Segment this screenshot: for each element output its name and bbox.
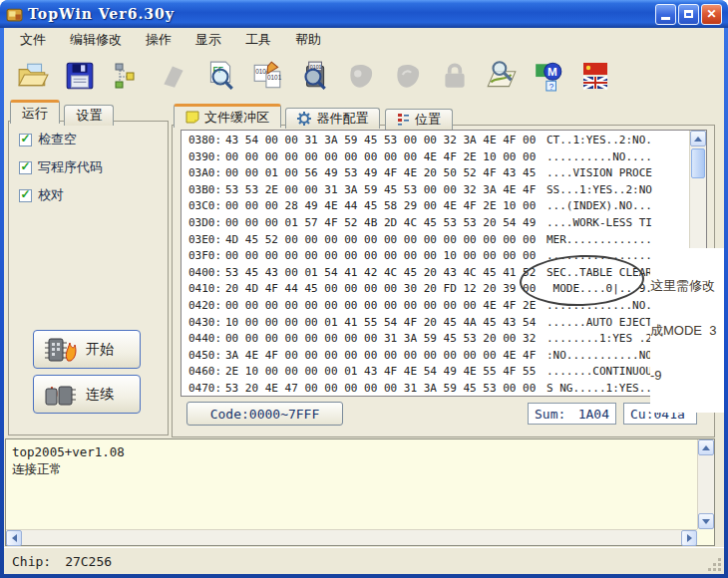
code-range-button[interactable]: Code:0000~7FFF <box>186 402 343 426</box>
tab-position[interactable]: 位置 <box>385 109 453 130</box>
title-bar[interactable]: TopWin Ver6.30y ✕ <box>0 0 728 28</box>
hex-bytes[interactable]: 00 00 00 00 00 00 00 00 00 00 00 00 00 4… <box>225 298 541 315</box>
maximize-button[interactable] <box>678 4 699 25</box>
arrow-left-icon <box>12 534 17 542</box>
scroll-up-button[interactable] <box>690 131 706 146</box>
checksum-value: 1A04 <box>578 407 609 422</box>
hex-row[interactable]: 03E0:4D 45 52 00 00 00 00 00 00 00 00 00… <box>182 232 689 249</box>
hex-ascii[interactable]: ....WORK-LESS TI <box>546 215 652 232</box>
help-icon[interactable]: M ? <box>530 55 566 97</box>
scroll-thumb[interactable] <box>691 148 705 178</box>
scroll-down-button[interactable] <box>698 513 714 529</box>
hex-bytes[interactable]: 53 45 43 00 01 54 41 42 4C 45 20 43 4C 4… <box>225 265 541 282</box>
hex-bytes[interactable]: 00 00 00 00 00 00 00 00 31 3A 59 45 53 2… <box>225 331 541 348</box>
hex-row[interactable]: 0440:00 00 00 00 00 00 00 00 31 3A 59 45… <box>182 331 689 348</box>
hex-row[interactable]: 0400:53 45 43 00 01 54 41 42 4C 45 20 43… <box>182 265 689 282</box>
hex-ascii[interactable]: MER............. <box>546 232 652 249</box>
annotation-note: 这里需修改 成MODE 3 -9 <box>650 248 724 413</box>
checkbox-write-code[interactable]: ✓ 写程序代码 <box>19 159 103 175</box>
hex-row[interactable]: 03F0:00 00 00 00 00 00 00 00 00 00 00 10… <box>182 248 689 265</box>
hex-row[interactable]: 0430:10 00 00 00 00 01 41 55 54 4F 20 45… <box>182 315 689 332</box>
hex-ascii[interactable]: ........1:YES .2 <box>546 331 652 348</box>
checkbox-blank-check[interactable]: ✓ 检查空 <box>19 132 77 147</box>
menu-file[interactable]: 文件 <box>8 28 58 52</box>
hex-row[interactable]: 0410:20 4D 4F 44 45 00 00 00 00 30 20 FD… <box>182 281 689 298</box>
hex-bytes[interactable]: 53 53 2E 00 00 31 3A 59 45 53 00 00 32 3… <box>225 182 541 199</box>
hex-bytes[interactable]: 00 00 01 00 56 49 53 49 4F 4E 20 50 52 4… <box>225 165 541 182</box>
hex-ascii[interactable]: ................ <box>546 248 652 265</box>
hex-bytes[interactable]: 00 00 00 01 57 4F 52 4B 2D 4C 45 53 53 2… <box>225 215 541 232</box>
save-icon[interactable] <box>61 55 98 97</box>
hex-bytes[interactable]: 20 4D 4F 44 45 00 00 00 00 30 20 FD 12 2… <box>225 281 541 298</box>
hex-bytes[interactable]: 3A 4E 4F 00 00 00 00 00 00 00 00 00 00 0… <box>225 348 541 365</box>
menu-view[interactable]: 显示 <box>183 28 233 52</box>
hex-bytes[interactable]: 2E 10 00 00 00 00 01 43 4F 4E 54 49 4E 5… <box>225 364 541 381</box>
hex-ascii[interactable]: ..........NO.... <box>546 149 652 166</box>
hex-ascii[interactable]: .............NO. <box>546 298 652 315</box>
hex-bytes[interactable]: 00 00 00 28 49 4E 44 45 58 29 00 4E 4F 2… <box>225 198 541 215</box>
device-select-icon[interactable] <box>108 55 145 97</box>
hex-row[interactable]: 0420:00 00 00 00 00 00 00 00 00 00 00 00… <box>182 298 689 315</box>
blank-check-icon[interactable]: FF <box>201 55 238 97</box>
menu-operate[interactable]: 操作 <box>134 28 183 52</box>
close-button[interactable]: ✕ <box>701 4 722 25</box>
continue-button[interactable]: 连续 <box>33 375 141 414</box>
start-button[interactable]: 开始 <box>33 330 141 369</box>
gear-icon <box>297 112 311 126</box>
hex-ascii[interactable]: .......CONTINUOU <box>546 364 652 381</box>
client-area: 文件 编辑修改 操作 显示 工具 帮助 <box>4 28 724 574</box>
hex-row[interactable]: 0390:00 00 00 00 00 00 00 00 00 00 4E 4F… <box>182 149 689 166</box>
scroll-left-button[interactable] <box>6 530 22 546</box>
hex-bytes[interactable]: 00 00 00 00 00 00 00 00 00 00 00 10 00 0… <box>225 248 541 265</box>
log-hscrollbar[interactable] <box>6 529 697 545</box>
hex-ascii[interactable]: ...(INDEX).NO... <box>546 198 652 215</box>
menu-help[interactable]: 帮助 <box>283 28 333 52</box>
menu-edit[interactable]: 编辑修改 <box>58 28 134 52</box>
hex-bytes[interactable]: 53 20 4E 47 00 00 00 00 00 31 3A 59 45 5… <box>225 381 541 397</box>
minimize-button[interactable] <box>655 4 676 25</box>
auto-detect-icon[interactable] <box>483 55 520 97</box>
scroll-right-button[interactable] <box>681 530 697 546</box>
checkbox-icon[interactable]: ✓ <box>19 161 32 174</box>
hex-address: 0440: <box>182 331 225 348</box>
hex-row[interactable]: 0470:53 20 4E 47 00 00 00 00 00 31 3A 59… <box>182 381 689 397</box>
checkbox-verify[interactable]: ✓ 校对 <box>19 187 64 203</box>
menu-tools[interactable]: 工具 <box>233 28 283 52</box>
hex-row[interactable]: 0380:43 54 00 00 31 3A 59 45 53 00 00 32… <box>182 133 689 149</box>
log-vscrollbar[interactable] <box>697 439 714 529</box>
edit-buffer-icon[interactable]: 0101 0101 <box>248 55 285 97</box>
tab-run[interactable]: 运行 <box>10 100 60 124</box>
hex-ascii[interactable]: CT..1:YES..2:NO. <box>546 133 652 149</box>
checkbox-icon[interactable]: ✓ <box>19 134 32 146</box>
tab-device-config[interactable]: 器件配置 <box>285 108 380 129</box>
tab-file-buffer[interactable]: 文件缓冲区 <box>174 104 281 128</box>
hex-ascii[interactable]: SEC..TABLE CLEAR <box>546 265 652 282</box>
scroll-up-button[interactable] <box>698 439 714 455</box>
hex-ascii[interactable]: MODE....0|.. 9. <box>546 281 652 298</box>
hex-bytes[interactable]: 10 00 00 00 00 01 41 55 54 4F 20 45 4A 4… <box>225 315 541 332</box>
hex-ascii[interactable]: SS...1:YES..2:NO <box>546 182 652 199</box>
language-icon[interactable] <box>576 55 613 97</box>
hex-row[interactable]: 03B0:53 53 2E 00 00 31 3A 59 45 53 00 00… <box>182 182 689 199</box>
hex-ascii[interactable]: ....VISION PROCE <box>546 165 652 182</box>
verify-icon[interactable]: 0101 <box>295 55 332 97</box>
tab-file-buffer-label: 文件缓冲区 <box>204 109 269 127</box>
open-icon[interactable] <box>14 55 51 97</box>
hex-bytes[interactable]: 43 54 00 00 31 3A 59 45 53 00 00 32 3A 4… <box>225 133 541 149</box>
resize-grip[interactable] <box>708 558 722 572</box>
hex-address: 03D0: <box>182 215 225 232</box>
hex-row[interactable]: 0450:3A 4E 4F 00 00 00 00 00 00 00 00 00… <box>182 348 689 365</box>
hex-ascii[interactable]: S NG.....1:YES.. <box>546 381 652 397</box>
checkbox-icon[interactable]: ✓ <box>19 189 32 202</box>
hex-view[interactable]: 0380:43 54 00 00 31 3A 59 45 53 00 00 32… <box>181 130 707 397</box>
hex-row[interactable]: 0460:2E 10 00 00 00 00 01 43 4F 4E 54 49… <box>182 364 689 381</box>
log-area[interactable]: top2005+ver1.08 连接正常 <box>5 438 715 546</box>
hex-row[interactable]: 03A0:00 00 01 00 56 49 53 49 4F 4E 20 50… <box>182 165 689 182</box>
hex-bytes[interactable]: 4D 45 52 00 00 00 00 00 00 00 00 00 00 0… <box>225 232 541 249</box>
hex-ascii[interactable]: :NO...........NO <box>546 348 652 365</box>
hex-row[interactable]: 03D0:00 00 00 01 57 4F 52 4B 2D 4C 45 53… <box>182 215 689 232</box>
hex-bytes[interactable]: 00 00 00 00 00 00 00 00 00 00 4E 4F 2E 1… <box>225 149 541 166</box>
hex-row[interactable]: 03C0:00 00 00 28 49 4E 44 45 58 29 00 4E… <box>182 198 689 215</box>
hex-ascii[interactable]: ......AUTO EJECT <box>546 315 652 332</box>
tab-settings[interactable]: 设置 <box>64 105 114 126</box>
